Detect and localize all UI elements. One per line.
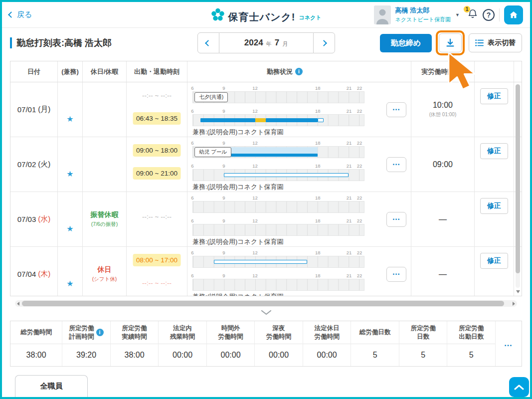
gantt-axis-labels: 6912182122: [192, 272, 359, 279]
row-more-button[interactable]: …: [386, 157, 406, 172]
summary-column: 深夜 労働時間00:00: [255, 321, 303, 366]
chevron-up-icon: [514, 384, 525, 390]
avatar: [374, 5, 391, 24]
work-bar: [214, 260, 307, 264]
chevron-down-icon: [261, 310, 272, 315]
all-staff-button[interactable]: 全職員: [15, 375, 88, 397]
axis-tick-label: 9: [222, 218, 225, 223]
table-row: 07/04(木)★休日(シフト休)08:00 ~ 17:00--:-- ~ --…: [10, 247, 522, 296]
gantt-scale: [193, 170, 359, 181]
gantt-track: [192, 201, 364, 213]
col-header-concurrent: (兼務): [58, 61, 83, 82]
axis-tick-label: 22: [357, 108, 362, 114]
axis-tick-label: 9: [222, 195, 225, 200]
user-menu-caret-icon[interactable]: ▼: [455, 12, 460, 17]
download-button[interactable]: [439, 33, 462, 52]
chevron-left-icon: [205, 40, 211, 46]
month-unit: 月: [282, 40, 288, 48]
horizontal-scroll-thumb[interactable]: [22, 301, 504, 306]
summary-more-button[interactable]: …: [496, 321, 522, 366]
gantt-track: 七夕(共通): [192, 91, 364, 103]
edit-button[interactable]: 修正: [480, 143, 508, 159]
year-unit: 年: [266, 40, 272, 48]
axis-tick-label: 12: [252, 250, 258, 255]
summary-value: 00:00: [207, 344, 255, 366]
axis-tick-label: 6: [191, 250, 193, 255]
notifications-button[interactable]: 1: [467, 8, 478, 22]
punch-time: 09:00 ~ 21:00: [133, 167, 181, 180]
actual-hours-cell: 10:00(休憩 01:00): [411, 82, 475, 137]
edit-button[interactable]: 修正: [480, 88, 508, 104]
summary-header: 所定労働 実績時間: [111, 321, 159, 344]
edit-button[interactable]: 修正: [480, 198, 508, 214]
vertical-scroll-thumb[interactable]: [516, 84, 520, 273]
gantt-chart: 6912182122幼児 プール: [192, 140, 364, 158]
edit-button[interactable]: 修正: [480, 253, 508, 269]
punch-time: --:-- ~ --:--: [139, 277, 175, 289]
download-icon: [445, 37, 456, 48]
attendance-close-button[interactable]: 勤怠締め: [380, 34, 432, 52]
axis-tick-label: 6: [191, 273, 193, 278]
page-title: 勤怠打刻表:高橋 浩太郎: [16, 37, 112, 49]
axis-tick-label: 12: [252, 195, 258, 200]
notification-badge: 1: [463, 5, 471, 13]
info-icon[interactable]: i: [96, 329, 104, 336]
concurrent-cell: ★: [58, 247, 83, 296]
scroll-right-arrow[interactable]: [513, 302, 515, 306]
summary-column: 所定労働 日数5: [399, 321, 448, 366]
table-body: 07/01(月)★--:-- ~ --:--06:43 ~ 18:3569121…: [10, 82, 522, 296]
concurrent-star-icon: ★: [58, 279, 82, 288]
next-month-button[interactable]: [313, 32, 335, 53]
axis-tick-label: 21: [347, 218, 352, 223]
gantt-track: 幼児 プール: [192, 146, 364, 158]
row-more-button[interactable]: …: [386, 102, 406, 117]
holiday-cell: 休日(シフト休): [83, 247, 127, 296]
user-org: ネクストビート保育園: [395, 16, 451, 23]
gantt-chart: 6912182122七夕(共通): [192, 85, 364, 103]
help-button[interactable]: ?: [483, 9, 495, 21]
summary-value: 00:00: [303, 344, 351, 366]
view-toggle-button[interactable]: 表示切替: [469, 33, 522, 52]
col-header-scroll: [514, 61, 522, 82]
edit-cell: 修正: [475, 247, 514, 296]
collapse-summary-button[interactable]: [254, 308, 279, 318]
status-cell: 6912182122七夕(共通)6912182122兼務:(説明会用)コネクト保…: [187, 82, 382, 137]
scroll-left-arrow[interactable]: [17, 302, 19, 306]
summary-column: 所定労働 出勤日数5: [447, 321, 496, 366]
axis-tick-label: 22: [357, 195, 362, 200]
summary-column: 法定休日 労働時間00:00: [303, 321, 352, 366]
back-button[interactable]: 戻る: [9, 10, 32, 19]
info-icon[interactable]: i: [295, 68, 303, 75]
horizontal-scrollbar: [15, 300, 517, 307]
holiday-label: 振替休暇: [91, 210, 119, 219]
scroll-to-top-button[interactable]: [509, 377, 529, 397]
axis-tick-label: 18: [315, 195, 321, 200]
gantt-scale: 幼児 プール: [193, 147, 359, 158]
gantt-chart: 6912182122: [192, 163, 364, 181]
home-button[interactable]: [504, 5, 523, 24]
prev-month-button[interactable]: [197, 32, 219, 53]
concurrent-star-icon: ★: [58, 224, 82, 233]
holiday-sublabel: (7/6の振替): [91, 221, 118, 228]
timesheet-table: 日付 (兼務) 休日/休暇 出勤・退勤時刻 勤務状況 i 実労働時間 i 07/…: [10, 61, 522, 296]
col-header-actual: 実労働時間 i: [411, 61, 475, 82]
axis-tick-label: 12: [252, 108, 258, 114]
brand-subtitle: コネクト: [299, 14, 322, 22]
user-name: 高橋 浩太郎: [395, 6, 451, 15]
work-bar: [224, 154, 317, 157]
row-more-button[interactable]: …: [386, 267, 406, 282]
gantt-axis-labels: 6912182122: [192, 195, 359, 201]
axis-tick-label: 6: [191, 108, 193, 114]
axis-tick-label: 12: [252, 163, 258, 169]
gantt-chart: 6912182122: [192, 249, 364, 268]
col-header-times: 出勤・退勤時刻: [127, 61, 187, 82]
gantt-chart: 6912182122: [192, 272, 364, 291]
punch-time: --:-- ~ --:--: [139, 89, 175, 102]
scroll-down-arrow[interactable]: [516, 290, 520, 293]
punch-time: 09:00 ~ 18:00: [133, 144, 181, 157]
gantt-axis-labels: 6912182122: [192, 163, 359, 169]
list-icon: [475, 39, 484, 47]
info-icon[interactable]: i: [457, 68, 464, 75]
row-more-button[interactable]: …: [386, 212, 406, 227]
col-header-actual-label: 実労働時間: [422, 67, 454, 76]
